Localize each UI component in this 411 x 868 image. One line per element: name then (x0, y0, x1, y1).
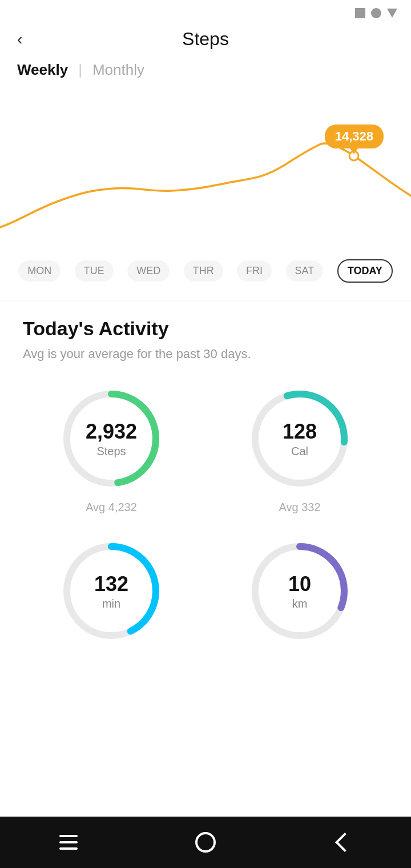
status-icon-square (355, 8, 365, 18)
ring-steps-center: 2,932 Steps (86, 420, 137, 458)
rings-grid: 2,932 Steps Avg 4,232 128 Cal Av (23, 384, 388, 645)
ring-km-wrapper: 10 km (245, 537, 354, 645)
day-labels: MON TUE WED THR FRI SAT TODAY (0, 250, 411, 294)
header: ‹ Steps (0, 23, 411, 61)
cal-avg: Avg 332 (279, 501, 320, 514)
status-icon-triangle (387, 9, 397, 18)
ring-min: 132 min (23, 537, 200, 645)
ring-km: 10 km (211, 537, 388, 645)
ring-steps-wrapper: 2,932 Steps (57, 384, 166, 493)
back-icon (335, 833, 354, 852)
day-thr[interactable]: THR (184, 260, 223, 282)
day-fri[interactable]: FRI (237, 260, 272, 282)
ring-cal-wrapper: 128 Cal (245, 384, 354, 493)
nav-menu-button[interactable] (51, 825, 86, 859)
min-value: 132 (94, 572, 128, 596)
tab-weekly[interactable]: Weekly (17, 61, 68, 79)
cal-value: 128 (283, 420, 317, 444)
km-value: 10 (288, 572, 311, 596)
day-mon[interactable]: MON (18, 260, 61, 282)
chart-tooltip: 14,328 (325, 124, 384, 148)
ring-cal: 128 Cal Avg 332 (211, 384, 388, 514)
tab-monthly[interactable]: Monthly (92, 61, 144, 79)
page-title: Steps (182, 29, 229, 50)
steps-chart: 14,328 (0, 90, 411, 250)
ring-km-center: 10 km (288, 572, 311, 610)
ring-min-center: 132 min (94, 572, 128, 610)
tab-divider: | (78, 61, 82, 79)
section-divider (0, 300, 411, 300)
steps-avg: Avg 4,232 (86, 501, 137, 514)
nav-back-button[interactable] (325, 825, 360, 859)
ring-cal-center: 128 Cal (283, 420, 317, 458)
min-unit: min (94, 597, 128, 610)
cal-unit: Cal (283, 445, 317, 458)
day-sat[interactable]: SAT (286, 260, 324, 282)
day-tue[interactable]: TUE (75, 260, 114, 282)
day-today[interactable]: TODAY (337, 259, 393, 283)
ring-steps: 2,932 Steps Avg 4,232 (23, 384, 200, 514)
km-unit: km (288, 597, 311, 610)
steps-unit: Steps (86, 445, 137, 458)
activity-title: Today's Activity (23, 318, 388, 340)
activity-subtitle: Avg is your average for the past 30 days… (23, 347, 388, 361)
day-wed[interactable]: WED (127, 260, 170, 282)
activity-section: Today's Activity Avg is your average for… (0, 318, 411, 645)
chart-svg (0, 90, 411, 250)
bottom-nav (0, 817, 411, 868)
home-icon (195, 832, 216, 853)
tab-switcher: Weekly | Monthly (0, 61, 411, 90)
ring-min-wrapper: 132 min (57, 537, 166, 645)
menu-icon (59, 835, 78, 850)
steps-value: 2,932 (86, 420, 137, 444)
back-button[interactable]: ‹ (17, 30, 22, 49)
nav-home-button[interactable] (188, 825, 223, 859)
status-icon-circle (371, 8, 381, 18)
status-bar (0, 0, 411, 23)
